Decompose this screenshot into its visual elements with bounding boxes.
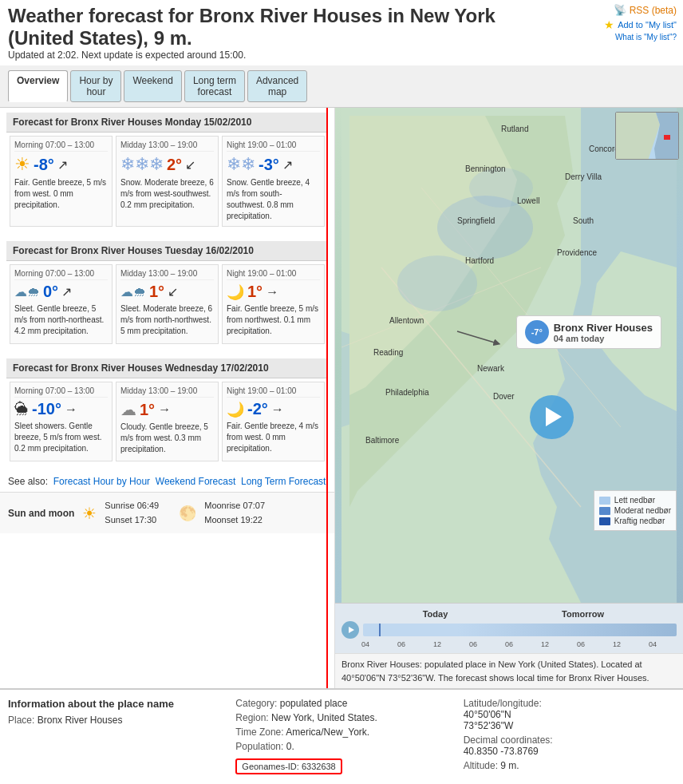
temperature: 1° [247,283,263,301]
info-middle: Category: populated place Region: New Yo… [235,698,447,774]
period-card-monday-morning: Morning 07:00 – 13:00 ☀ -8° ↗ Fair. Gent… [10,136,113,227]
map-description: Bronx River Houses: populated place in N… [335,653,683,688]
tab-hour-by-hour[interactable]: Hour byhour [70,70,121,102]
day-section-monday: Forecast for Bronx River Houses Monday 1… [0,108,334,236]
timeline-play-button[interactable] [342,621,359,639]
period-desc: Cloudy. Gentle breeze, 5 m/s from west. … [120,422,214,455]
sun-times: Sunrise 06:49 Sunset 17:30 [105,499,159,527]
period-card-monday-night: Night 19:00 – 01:00 ❄❄ -3° ↗ Snow. Gentl… [222,136,325,227]
svg-text:Rutland: Rutland [501,125,528,133]
legend-light-color [599,497,610,505]
period-card-tuesday-midday: Midday 13:00 – 19:00 ☁🌧 1° ↙ Sleet. Mode… [116,264,219,344]
temperature: -3° [259,156,279,174]
wind-arrow: ↙ [168,284,178,299]
tab-overview[interactable]: Overview [8,70,68,102]
temperature: -10° [32,400,61,418]
play-button[interactable] [530,395,574,439]
tab-long-term[interactable]: Long termforecast [184,70,245,102]
sun-moon-label: Sun and moon [8,508,74,519]
nav-tabs: Overview Hour byhour Weekend Long termfo… [0,65,683,108]
see-also-hour-link[interactable]: Forecast Hour by Hour [53,476,150,487]
weather-icon: ☁🌧 [120,284,146,299]
period-row-tuesday: Morning 07:00 – 13:00 ☁🌧 0° ↗ Sleet. Gen… [6,264,328,349]
weather-icon: ❄❄ [227,154,255,175]
category-row: Category: populated place [235,698,447,709]
period-row-monday: Morning 07:00 – 13:00 ☀ -8° ↗ Fair. Gent… [6,136,328,232]
svg-text:Reading: Reading [373,348,403,357]
svg-text:Springfield: Springfield [457,216,495,225]
period-desc: Sleet showers. Gentle breeze, 5 m/s from… [14,421,108,454]
place-row: Place: Bronx River Houses [8,715,219,726]
day-title-tuesday: Forecast for Bronx River Houses Tuesday … [6,241,328,261]
rss-link[interactable]: RSS (beta) [630,5,677,16]
add-to-mylist-link[interactable]: Add to "My list" [618,20,677,30]
temperature: -8° [34,156,54,174]
play-triangle-icon [546,407,562,426]
svg-point-4 [437,196,533,259]
wind-arrow: → [271,402,284,417]
svg-text:Newark: Newark [477,364,505,373]
period-header: Night 19:00 – 01:00 [227,141,320,152]
temperature: 1° [140,401,155,419]
period-card-wednesday-midday: Midday 13:00 – 19:00 ☁ 1° → Cloudy. Gent… [116,382,219,461]
moon-times: Moonrise 07:07 Moonset 19:22 [204,499,265,527]
wind-arrow: ↙ [185,157,195,172]
period-header: Morning 07:00 – 13:00 [14,269,108,280]
see-also-longterm-link[interactable]: Long Term Forecast [241,476,326,487]
svg-text:Hartford: Hartford [465,256,494,265]
legend-moderate-label: Moderat nedbør [614,506,671,515]
page-title: Weather forecast for Bronx River Houses … [8,5,539,49]
wind-arrow: ↗ [282,157,293,172]
tab-advanced-map[interactable]: Advancedmap [247,70,307,102]
latlon-row: Latitude/longitude: 40°50'06"N 73°52'36"… [464,698,675,731]
legend-heavy-color [599,517,610,525]
info-title: Information about the place name [8,698,219,710]
wind-arrow: → [158,402,171,417]
decimal-row: Decimal coordinates: 40.8350 -73.8769 [464,735,675,757]
timeline-play-icon [349,627,354,633]
info-left: Information about the place name Place: … [8,698,219,774]
map-temp-badge: -7° [525,320,549,344]
what-is-mylist-link[interactable]: What is "My list"? [615,33,677,42]
wind-arrow: ↗ [57,157,68,172]
svg-text:Lowell: Lowell [517,196,539,205]
see-also-label: See also: [8,476,48,487]
wind-arrow: ↗ [61,284,72,299]
svg-text:South: South [573,216,594,225]
timeline-cursor [379,624,381,636]
period-header: Night 19:00 – 01:00 [227,269,320,280]
weather-icon: 🌙 [227,401,244,418]
tab-weekend[interactable]: Weekend [124,70,181,102]
weather-icon: ☀ [14,154,30,175]
period-header: Midday 13:00 – 19:00 [120,269,214,280]
sun-moon-section: Sun and moon ☀ Sunrise 06:49 Sunset 17:3… [0,492,334,533]
temperature: 0° [43,283,58,301]
map-popup: -7° Bronx River Houses 04 am today [516,315,661,349]
mini-map [615,112,679,160]
day-title-wednesday: Forecast for Bronx River Houses Wednesda… [6,358,328,378]
day-section-wednesday: Forecast for Bronx River Houses Wednesda… [0,354,334,471]
period-card-tuesday-morning: Morning 07:00 – 13:00 ☁🌧 0° ↗ Sleet. Gen… [10,264,113,344]
weather-icon: ❄❄❄ [120,154,164,175]
day-title-monday: Forecast for Bronx River Houses Monday 1… [6,113,328,133]
legend-light-label: Lett nedbør [614,496,655,505]
timeline-today-label: Today [423,609,448,619]
timeline-ticks: 04 06 12 06 06 12 06 12 04 [342,640,677,648]
temperature: 1° [149,283,164,301]
period-desc: Sleet. Gentle breeze, 5 m/s from north-n… [14,303,108,337]
sun-icon: ☀ [82,504,97,523]
period-desc: Sleet. Moderate breeze, 6 m/s from north… [120,303,214,337]
see-also: See also: Forecast Hour by Hour Weekend … [0,471,334,492]
timeline-bar [342,621,677,639]
map-legend: Lett nedbør Moderat nedbør Kraftig nedbø… [594,490,677,531]
svg-text:Dover: Dover [493,392,515,401]
region-row: Region: New York, United States. [235,712,447,723]
timeline-tomorrow-label: Tomorrow [562,609,604,619]
period-card-wednesday-night: Night 19:00 – 01:00 🌙 -2° → Fair. Gentle… [222,382,325,461]
right-column: Rutland Concord Bennington Derry Villa L… [335,108,683,688]
legend-heavy-label: Kraftig nedbør [614,517,665,525]
map-location-name: Bronx River Houses [554,322,653,334]
altitude-row: Altitude: 9 m. [464,760,675,771]
timeline-track[interactable] [363,624,677,636]
see-also-weekend-link[interactable]: Weekend Forecast [156,476,236,487]
